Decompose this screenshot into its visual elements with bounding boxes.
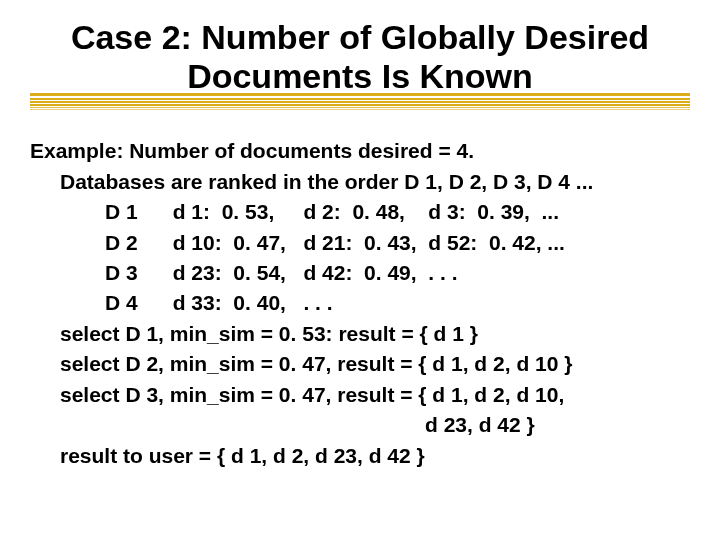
ranked-line: Databases are ranked in the order D 1, D… bbox=[60, 167, 690, 197]
select-line-2: select D 2, min_sim = 0. 47, result = { … bbox=[60, 349, 690, 379]
title-underline bbox=[30, 88, 690, 110]
db-row-d3: D 3 d 23: 0. 54, d 42: 0. 49, . . . bbox=[105, 258, 690, 288]
db-row-d2: D 2 d 10: 0. 47, d 21: 0. 43, d 52: 0. 4… bbox=[105, 228, 690, 258]
select-line-3: select D 3, min_sim = 0. 47, result = { … bbox=[60, 380, 690, 410]
example-line: Example: Number of documents desired = 4… bbox=[30, 136, 690, 166]
select-line-3-cont: d 23, d 42 } bbox=[105, 410, 690, 440]
db-row-d1: D 1 d 1: 0. 53, d 2: 0. 48, d 3: 0. 39, … bbox=[105, 197, 690, 227]
db-row-d4: D 4 d 33: 0. 40, . . . bbox=[105, 288, 690, 318]
title-line-1: Case 2: Number of Globally Desired bbox=[71, 18, 649, 56]
slide-title: Case 2: Number of Globally Desired Docum… bbox=[30, 18, 690, 96]
select-line-1: select D 1, min_sim = 0. 53: result = { … bbox=[60, 319, 690, 349]
slide-body: Example: Number of documents desired = 4… bbox=[30, 136, 690, 471]
slide: Case 2: Number of Globally Desired Docum… bbox=[0, 0, 720, 540]
result-line: result to user = { d 1, d 2, d 23, d 42 … bbox=[60, 441, 690, 471]
title-block: Case 2: Number of Globally Desired Docum… bbox=[30, 18, 690, 104]
